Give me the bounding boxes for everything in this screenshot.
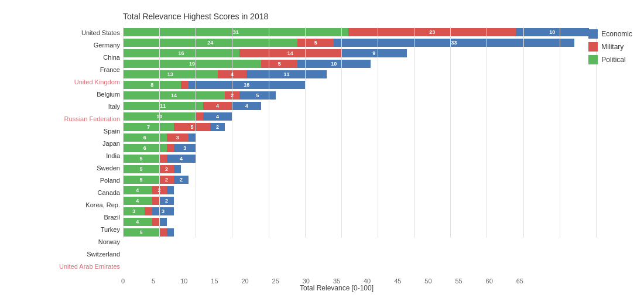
y-label: Germany: [6, 40, 120, 51]
bar-row: 33: [123, 206, 632, 217]
chart-area: United StatesGermanyChinaFranceUnited Ki…: [6, 27, 632, 273]
bar-economic: 4: [203, 112, 232, 121]
legend-item: Political: [588, 55, 632, 64]
bar-military: 2: [159, 176, 174, 184]
y-label: Brazil: [6, 213, 120, 223]
bar-political: 6: [123, 144, 167, 152]
bar-economic: 10: [297, 60, 370, 68]
bar-political: 8: [123, 81, 181, 89]
bar-military: [196, 112, 203, 121]
bar-military: [159, 228, 166, 237]
bar-political: 4: [123, 197, 152, 205]
y-label: Russian Federation: [6, 114, 120, 125]
bar-economic: 16: [189, 81, 305, 89]
bar-economic: 3: [152, 207, 174, 215]
legend-label: Economic: [601, 30, 632, 38]
legend-color: [588, 29, 598, 39]
x-tick: 15: [211, 278, 218, 285]
bar-row: 16149: [123, 48, 632, 59]
bar-political: 4: [123, 186, 152, 194]
bar-military: 23: [348, 28, 516, 36]
bar-political: 4: [123, 218, 152, 226]
x-tick: 5: [152, 278, 155, 285]
y-label: United Kingdom: [6, 77, 120, 88]
bar-political: 31: [123, 28, 348, 36]
bar-economic: [189, 133, 196, 142]
bar-row: 54: [123, 153, 632, 164]
legend-color: [588, 42, 598, 52]
bar-military: [159, 155, 166, 163]
x-tick: 0: [121, 278, 125, 285]
x-tick: 60: [486, 278, 493, 285]
chart-container: Total Relevance Highest Scores in 2018 U…: [0, 0, 644, 298]
legend-label: Military: [601, 43, 624, 51]
y-label: France: [6, 65, 120, 76]
y-label: Switzerland: [6, 249, 120, 260]
bar-political: 13: [123, 70, 218, 78]
bar-military: [152, 197, 159, 205]
y-label: Turkey: [6, 225, 120, 235]
bar-economic: 2: [159, 197, 174, 205]
bar-economic: [167, 186, 174, 194]
x-tick: 55: [455, 278, 462, 285]
x-tick: 10: [180, 278, 187, 285]
bar-military: [145, 207, 152, 215]
bars-wrapper: 3123102453316149195101341181614251144104…: [123, 27, 632, 273]
x-tick: 50: [424, 278, 431, 285]
bar-political: 16: [123, 49, 239, 57]
x-tick: 25: [272, 278, 279, 285]
bar-row: 24533: [123, 37, 632, 48]
bar-row: 522: [123, 174, 632, 185]
y-label: Japan: [6, 139, 120, 149]
bar-political: 14: [123, 91, 225, 100]
bar-row: 104: [123, 111, 632, 122]
bar-military: 2: [159, 165, 174, 173]
y-label: Sweden: [6, 163, 120, 174]
bar-economic: 4: [167, 155, 196, 163]
bar-economic: 2: [210, 123, 225, 131]
bar-political: 10: [123, 112, 196, 121]
bar-economic: 33: [334, 39, 574, 47]
bar-political: 3: [123, 207, 145, 215]
bar-political: 7: [123, 123, 174, 131]
bar-military: 2: [225, 91, 239, 100]
bar-row: 63: [123, 132, 632, 143]
bar-military: 14: [239, 49, 341, 57]
bar-economic: 4: [232, 102, 261, 110]
x-axis-label: Total Relevance [0-100]: [300, 284, 374, 292]
bars-area: 3123102453316149195101341181614251144104…: [123, 27, 632, 238]
y-label: Belgium: [6, 90, 120, 100]
bar-military: 2: [152, 186, 167, 194]
bar-political: 6: [123, 133, 167, 142]
bar-economic: [167, 228, 174, 237]
y-label: Canada: [6, 188, 120, 198]
bar-economic: 5: [239, 91, 276, 100]
bar-row: 42: [123, 196, 632, 206]
legend-color: [588, 55, 598, 64]
bar-military: 5: [261, 60, 297, 68]
bar-economic: 11: [246, 70, 327, 78]
y-label: China: [6, 53, 120, 63]
y-label: Spain: [6, 126, 120, 137]
bar-row: 4: [123, 217, 632, 227]
bar-row: 816: [123, 80, 632, 90]
y-label: Italy: [6, 102, 120, 112]
x-tick: 65: [516, 278, 523, 285]
y-label: Poland: [6, 176, 120, 186]
bar-row: 52: [123, 164, 632, 174]
bar-economic: [159, 218, 166, 226]
bar-economic: 9: [341, 49, 407, 57]
bar-economic: 10: [516, 28, 588, 36]
y-label: Korea, Rep.: [6, 200, 120, 211]
y-labels: United StatesGermanyChinaFranceUnited Ki…: [6, 27, 123, 273]
bar-political: 5: [123, 228, 159, 237]
bar-row: 13411: [123, 69, 632, 80]
bar-political: 5: [123, 155, 159, 163]
bar-row: 42: [123, 185, 632, 196]
legend-item: Military: [588, 42, 632, 52]
chart-title: Total Relevance Highest Scores in 2018: [123, 12, 632, 21]
x-tick: 45: [394, 278, 401, 285]
bar-economic: 2: [174, 176, 189, 184]
bar-military: 5: [297, 39, 334, 47]
bar-political: 5: [123, 165, 159, 173]
